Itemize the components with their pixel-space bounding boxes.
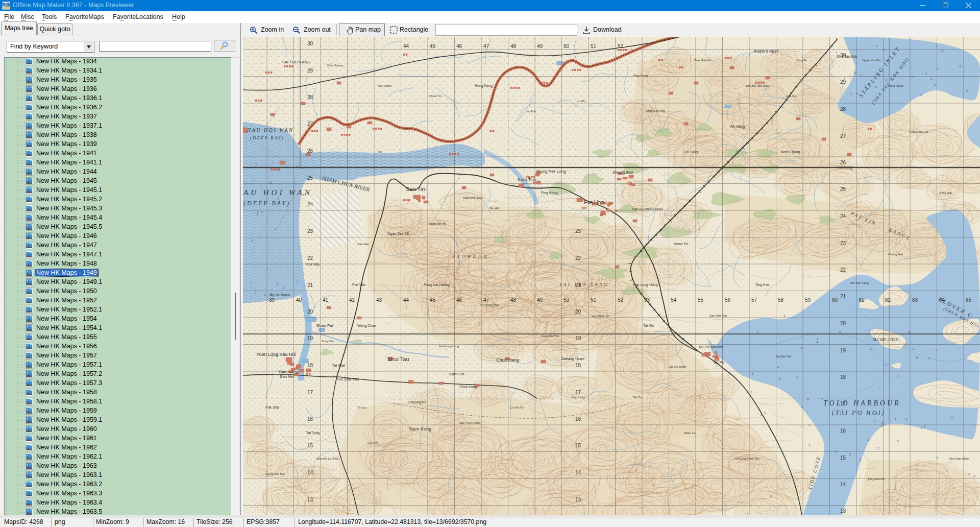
- svg-text:KADOON HILL: KADOON HILL: [463, 197, 484, 200]
- svg-text:Shui Tau: Shui Tau: [387, 356, 409, 362]
- svg-text:28: 28: [307, 94, 313, 100]
- svg-text:19: 19: [575, 336, 581, 341]
- svg-text:19: 19: [307, 336, 313, 341]
- svg-text:Kai Kung Leng: Kai Kung Leng: [439, 345, 459, 348]
- svg-text:46: 46: [456, 43, 462, 49]
- svg-text:57: 57: [751, 297, 757, 303]
- svg-text:Hun Chau: Hun Chau: [378, 84, 391, 87]
- svg-text:Shan Liu: Shan Liu: [684, 432, 696, 435]
- svg-text:Ngau Yin Tau: Ngau Yin Tau: [863, 59, 881, 62]
- svg-text:60: 60: [832, 297, 838, 303]
- svg-text:(TAI PO HOI): (TAI PO HOI): [832, 409, 885, 416]
- svg-text:27: 27: [840, 133, 846, 139]
- svg-text:ROBIN'S NEST: ROBIN'S NEST: [754, 50, 779, 53]
- svg-text:San Wai: San Wai: [357, 243, 369, 246]
- svg-text:29: 29: [840, 79, 846, 85]
- svg-text:FAI TOU KANG: FAI TOU KANG: [282, 60, 311, 64]
- svg-text:A Ma Wat: A Ma Wat: [939, 191, 952, 195]
- svg-text:Wong Nai Tun: Wong Nai Tun: [265, 472, 285, 475]
- svg-text:Fir Hill: Fir Hill: [490, 207, 499, 210]
- svg-text:Cheung Po: Cheung Po: [408, 400, 426, 404]
- svg-text:Yuen Long: Yuen Long: [278, 369, 298, 374]
- svg-text:16: 16: [840, 428, 846, 434]
- svg-text:56: 56: [725, 297, 731, 303]
- svg-text:Ping Yeung: Ping Yeung: [633, 74, 648, 77]
- svg-text:18: 18: [307, 363, 313, 368]
- svg-text:Ngau Tam Mi: Ngau Tam Mi: [388, 232, 409, 236]
- svg-text:54: 54: [671, 297, 677, 303]
- svg-text:Ping Kong: Ping Kong: [541, 191, 557, 195]
- svg-text:42: 42: [349, 297, 355, 303]
- svg-text:Pak Wai: Pak Wai: [352, 283, 365, 286]
- svg-text:Lai Chi Shan: Lai Chi Shan: [669, 365, 686, 368]
- svg-text:26: 26: [307, 148, 313, 154]
- svg-text:Tai Wai: Tai Wai: [332, 363, 345, 368]
- svg-text:13: 13: [575, 497, 581, 502]
- svg-text:18: 18: [840, 374, 846, 380]
- svg-text:45: 45: [430, 43, 436, 49]
- svg-text:22: 22: [840, 267, 846, 273]
- svg-text:Tsung Pak Long: Tsung Pak Long: [536, 169, 566, 174]
- svg-text:AU HOI WAN: AU HOI WAN: [243, 188, 312, 197]
- svg-text:Tai Po Market: Tai Po Market: [698, 345, 724, 349]
- svg-text:Lo Wu: Lo Wu: [577, 100, 585, 103]
- svg-text:Wo Hang: Wo Hang: [730, 125, 745, 129]
- svg-text:51: 51: [591, 43, 597, 49]
- svg-text:Ng Uk Tsuen: Ng Uk Tsuen: [270, 293, 290, 297]
- svg-text:44: 44: [403, 297, 409, 303]
- svg-text:61: 61: [859, 297, 865, 303]
- svg-text:Kap Lung: Kap Lung: [572, 396, 585, 399]
- svg-text:TOLO HARBOUR: TOLO HARBOUR: [823, 399, 901, 407]
- svg-text:17: 17: [575, 390, 581, 395]
- svg-text:50: 50: [564, 43, 570, 49]
- svg-text:THE HUNTERS ARMS: THE HUNTERS ARMS: [632, 208, 663, 211]
- svg-text:44: 44: [403, 43, 409, 49]
- svg-text:Chin Shang: Chin Shang: [327, 64, 342, 67]
- svg-text:14: 14: [307, 470, 313, 475]
- svg-text:Kuk Po: Kuk Po: [786, 94, 796, 98]
- svg-text:20: 20: [840, 321, 846, 326]
- svg-text:Hung Kang: Hung Kang: [475, 84, 493, 88]
- svg-text:Nam Chung: Nam Chung: [781, 150, 800, 154]
- svg-text:Kam Tsin: Kam Tsin: [518, 177, 536, 182]
- svg-text:47: 47: [483, 43, 489, 49]
- svg-text:20: 20: [575, 309, 581, 315]
- svg-text:25: 25: [307, 175, 313, 181]
- svg-text:20: 20: [307, 309, 313, 315]
- svg-text:13: 13: [307, 497, 313, 502]
- svg-text:58: 58: [778, 297, 784, 303]
- svg-text:39: 39: [269, 297, 275, 303]
- svg-text:Fan Ling: Fan Ling: [584, 200, 604, 205]
- svg-text:Ho: Ho: [378, 150, 382, 154]
- svg-text:Lui Kung Tin: Lui Kung Tin: [592, 314, 609, 317]
- svg-text:Ngau Ku Pok: Ngau Ku Pok: [541, 334, 559, 338]
- svg-text:16: 16: [575, 416, 581, 422]
- svg-text:51: 51: [591, 297, 597, 303]
- svg-text:15: 15: [307, 443, 313, 448]
- svg-text:Yuen Long Kau Hui: Yuen Long Kau Hui: [256, 352, 296, 357]
- svg-text:Wang Chau: Wang Chau: [357, 324, 376, 328]
- svg-text:Tai Wo: Tai Wo: [643, 324, 654, 327]
- svg-text:45: 45: [430, 297, 436, 303]
- svg-text:Yuen Kong: Yuen Kong: [409, 426, 431, 432]
- svg-text:59: 59: [805, 297, 811, 303]
- svg-text:Fut Sha Wai: Fut Sha Wai: [337, 377, 359, 381]
- svg-text:Liu Pok: Liu Pok: [526, 110, 536, 113]
- svg-text:Shan Pui: Shan Pui: [316, 323, 333, 328]
- svg-text:25: 25: [840, 186, 846, 192]
- svg-text:Ta Shek Wo: Ta Shek Wo: [480, 303, 499, 307]
- svg-text:19: 19: [840, 348, 846, 353]
- svg-text:40: 40: [296, 297, 302, 303]
- svg-text:Ting Kok: Ting Kok: [755, 283, 770, 287]
- svg-text:24: 24: [840, 213, 846, 219]
- svg-text:Chuk Hang: Chuk Hang: [496, 357, 519, 363]
- svg-text:46: 46: [456, 297, 462, 303]
- svg-text:Tong To: Tong To: [796, 59, 807, 62]
- svg-text:23: 23: [840, 241, 846, 246]
- svg-text:65: 65: [966, 297, 972, 303]
- svg-text:17: 17: [307, 390, 313, 395]
- svg-text:15: 15: [840, 455, 846, 461]
- svg-text:55: 55: [698, 297, 704, 303]
- svg-text:Ma Kwai Shan: Ma Kwai Shan: [949, 457, 969, 460]
- svg-text:14: 14: [575, 470, 581, 475]
